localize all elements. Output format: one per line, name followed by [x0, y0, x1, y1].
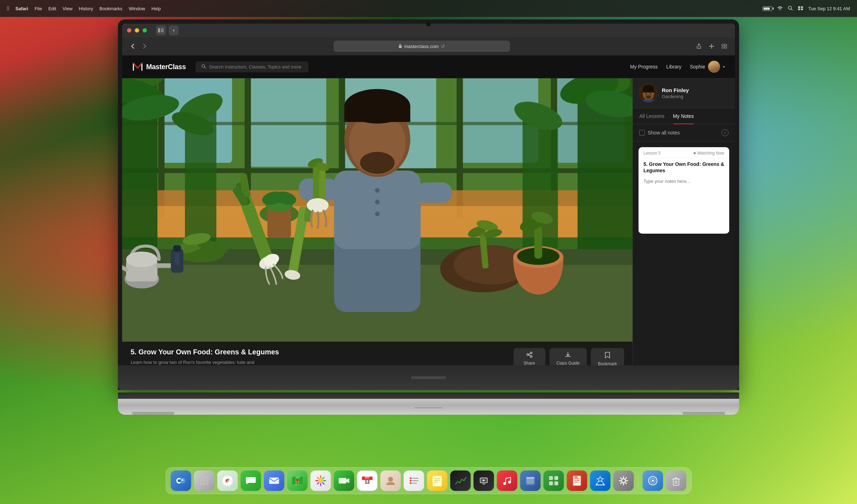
apple-logo-icon[interactable]:  — [7, 5, 9, 12]
dock-reminders[interactable] — [404, 470, 424, 491]
webpage: MasterClass Search Instructors, Classes,… — [122, 55, 735, 386]
window-minimize-btn[interactable] — [135, 28, 139, 32]
dock-stocks[interactable] — [450, 470, 471, 491]
dock-finder[interactable] — [171, 470, 191, 491]
new-tab-button[interactable] — [707, 41, 717, 51]
svg-rect-169 — [555, 476, 558, 480]
dock-messages[interactable] — [241, 470, 261, 491]
dock-contacts[interactable] — [380, 470, 401, 491]
dock-appstore[interactable] — [590, 470, 611, 491]
svg-line-138 — [317, 478, 319, 479]
info-icon[interactable]: i — [721, 129, 729, 136]
svg-rect-104 — [643, 88, 654, 92]
avatar — [708, 61, 720, 73]
dock-divider — [638, 474, 639, 488]
dock-trash[interactable] — [666, 470, 687, 491]
notes-header: Show all notes i — [633, 124, 735, 142]
notes-textarea[interactable] — [639, 176, 729, 232]
svg-point-88 — [375, 200, 379, 204]
svg-point-151 — [410, 480, 412, 482]
tab-all-lessons[interactable]: All Lessons — [639, 108, 665, 124]
laptop-bottom — [118, 399, 739, 415]
svg-rect-96 — [156, 263, 173, 268]
masterclass-logo[interactable]: MasterClass — [132, 61, 186, 72]
svg-point-164 — [508, 481, 511, 484]
dock-photos[interactable] — [311, 470, 331, 491]
svg-rect-168 — [549, 476, 553, 480]
search-bar[interactable]: Search Instructors, Classes, Topics and … — [196, 61, 308, 72]
svg-rect-130 — [269, 478, 279, 484]
menubar-file[interactable]: File — [35, 6, 42, 11]
back-button[interactable] — [128, 41, 138, 51]
dock-music[interactable] — [497, 470, 517, 491]
sidebar-tabs: All Lessons My Notes — [633, 108, 735, 124]
svg-rect-4 — [801, 8, 803, 10]
menubar-bookmarks[interactable]: Bookmarks — [100, 6, 122, 11]
share-button-safari[interactable] — [694, 41, 704, 51]
svg-rect-73 — [334, 171, 421, 249]
refresh-icon[interactable]: ↺ — [441, 43, 445, 49]
dock-focus[interactable] — [643, 470, 663, 491]
svg-text:12: 12 — [365, 479, 370, 485]
svg-rect-82 — [313, 164, 319, 204]
dock-appletv[interactable]: TV — [474, 470, 494, 491]
tab-chevron-down-btn[interactable]: ▼ — [169, 25, 179, 35]
svg-line-139 — [323, 482, 324, 484]
instructor-avatar — [639, 84, 658, 102]
dock-launchpad[interactable] — [194, 470, 215, 491]
video-player[interactable] — [122, 78, 633, 342]
video-frame — [122, 78, 633, 342]
dock-notes[interactable] — [427, 470, 448, 491]
svg-rect-2 — [801, 6, 803, 8]
share-label: Share — [524, 361, 535, 366]
svg-rect-155 — [433, 476, 442, 486]
window-maximize-btn[interactable] — [143, 28, 147, 32]
macbook-frame: ▼ — [118, 19, 739, 415]
search-menubar-icon[interactable] — [788, 6, 793, 12]
menubar-view[interactable]: View — [62, 6, 72, 11]
svg-point-81 — [360, 152, 395, 174]
svg-rect-105 — [643, 100, 654, 102]
svg-rect-11 — [725, 44, 727, 46]
dock-numbers[interactable] — [544, 470, 564, 491]
svg-rect-9 — [399, 46, 402, 48]
note-card: Lesson 5 Watching Now 5. Grow Your Own F… — [639, 147, 729, 234]
dock-twitter[interactable] — [520, 470, 541, 491]
safari-nav-buttons — [128, 41, 150, 51]
menubar-safari[interactable]: Safari — [16, 6, 28, 11]
dock-safari[interactable] — [217, 470, 238, 491]
dock-facetime[interactable] — [334, 470, 354, 491]
svg-rect-80 — [344, 106, 410, 122]
tab-my-notes[interactable]: My Notes — [673, 108, 694, 124]
dock-pages[interactable] — [567, 470, 587, 491]
svg-point-114 — [200, 476, 202, 479]
dock-system-preferences[interactable] — [613, 470, 634, 491]
menubar-window[interactable]: Window — [129, 6, 145, 11]
menubar-history[interactable]: History — [79, 6, 93, 11]
svg-point-116 — [206, 476, 209, 479]
sidebar-toggle-btn[interactable] — [156, 25, 166, 35]
window-close-btn[interactable] — [127, 28, 131, 32]
user-menu[interactable]: Sophie ▾ — [690, 61, 725, 73]
tab-overview-button[interactable] — [719, 41, 729, 51]
svg-point-97 — [126, 252, 157, 267]
forward-button[interactable] — [140, 41, 150, 51]
address-bar[interactable]: masterclass.com ↺ — [334, 41, 510, 52]
dock-maps[interactable] — [287, 470, 308, 491]
library-link[interactable]: Library — [666, 64, 682, 70]
svg-point-120 — [200, 483, 202, 485]
battery-icon — [762, 6, 772, 11]
dock-calendar[interactable]: SEP12 — [357, 470, 378, 491]
laptop-foot-right — [683, 412, 725, 415]
menubar-edit[interactable]: Edit — [48, 6, 56, 11]
svg-point-149 — [410, 478, 412, 479]
svg-rect-171 — [555, 481, 558, 485]
show-all-checkbox[interactable] — [639, 130, 645, 136]
video-title: 5. Grow Your Own Food: Greens & Legumes — [131, 348, 514, 356]
safari-toolbar: masterclass.com ↺ — [122, 37, 735, 55]
my-progress-link[interactable]: My Progress — [630, 64, 658, 70]
dock-mail[interactable] — [264, 470, 284, 491]
control-center-icon[interactable] — [798, 6, 803, 11]
menubar-help[interactable]: Help — [151, 6, 161, 11]
class-guide-label: Class Guide — [557, 361, 580, 366]
